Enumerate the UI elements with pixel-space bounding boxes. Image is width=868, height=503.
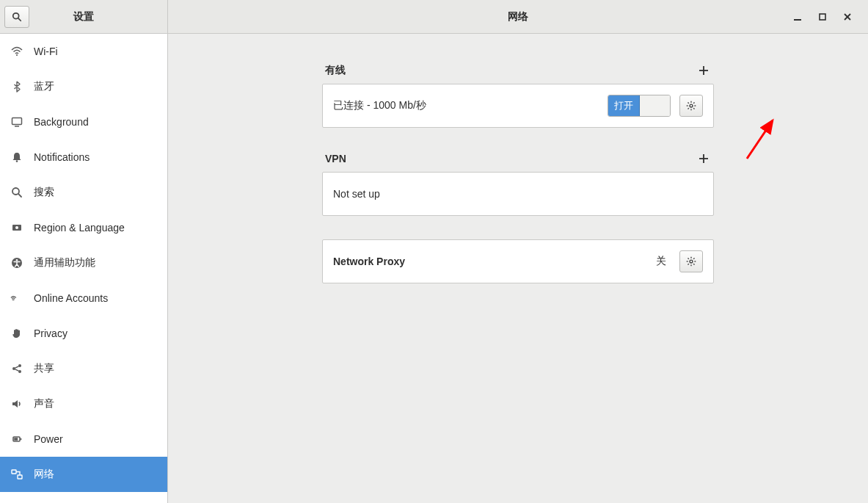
content: 有线 已连接 - 1000 Mb/秒 打开 [168, 34, 868, 307]
svg-text:ᯤ: ᯤ [10, 293, 19, 303]
svg-point-11 [16, 259, 18, 261]
svg-rect-19 [21, 438, 22, 440]
sidebar-item-sound[interactable]: 声音 [0, 386, 167, 421]
wired-connection-row: 已连接 - 1000 Mb/秒 打开 [323, 84, 713, 127]
svg-rect-3 [12, 118, 22, 125]
sidebar-item-label: 声音 [34, 397, 54, 410]
proxy-status: 关 [656, 255, 666, 268]
sidebar-item-label: Privacy [34, 328, 68, 339]
sidebar: 设置 Wi-Fi 蓝牙 Background Notifications 搜索 … [0, 0, 168, 503]
sidebar-item-label: Notifications [34, 151, 90, 163]
sidebar-item-network[interactable]: 网络 [0, 457, 167, 492]
sidebar-item-accessibility[interactable]: 通用辅助功能 [0, 245, 167, 281]
svg-point-9 [15, 226, 18, 229]
sidebar-item-privacy[interactable]: Privacy [0, 316, 167, 351]
proxy-title: Network Proxy [333, 256, 647, 267]
svg-line-49 [747, 120, 773, 159]
gear-icon [686, 256, 696, 267]
svg-point-40 [690, 260, 693, 263]
wired-section-header: 有线 [322, 63, 714, 84]
sidebar-item-sharing[interactable]: 共享 [0, 351, 167, 386]
cloud-icon: ᯤ [10, 292, 23, 305]
wired-toggle[interactable]: 打开 [608, 95, 671, 117]
sidebar-item-search[interactable]: 搜索 [0, 175, 167, 210]
svg-line-17 [15, 369, 19, 371]
annotation-arrow [743, 115, 795, 166]
close-button[interactable] [842, 11, 853, 23]
sidebar-item-label: 网络 [34, 468, 54, 481]
window-controls [792, 0, 864, 34]
sidebar-item-region[interactable]: Region & Language [0, 210, 167, 245]
search-icon [10, 186, 23, 199]
svg-line-45 [688, 258, 688, 258]
sidebar-item-label: Background [34, 116, 89, 128]
sidebar-header: 设置 [0, 0, 167, 34]
flag-icon [10, 221, 23, 234]
bell-icon [10, 151, 23, 164]
sidebar-item-label: 共享 [34, 362, 54, 375]
network-icon [10, 468, 23, 481]
svg-point-29 [690, 104, 693, 107]
sidebar-list: Wi-Fi 蓝牙 Background Notifications 搜索 Reg… [0, 34, 167, 492]
sidebar-item-background[interactable]: Background [0, 104, 167, 140]
sidebar-item-label: Region & Language [34, 222, 125, 234]
svg-rect-22 [18, 475, 22, 479]
add-vpn-button[interactable] [696, 151, 711, 166]
sidebar-item-power[interactable]: Power [0, 421, 167, 457]
main-panel: 网络 有线 已连接 - 1000 Mb/秒 打开 [168, 0, 868, 503]
power-icon [10, 433, 23, 446]
sound-icon [10, 397, 23, 410]
wired-section: 有线 已连接 - 1000 Mb/秒 打开 [322, 63, 714, 128]
sidebar-item-notifications[interactable]: Notifications [0, 140, 167, 175]
proxy-section: Network Proxy 关 [322, 239, 714, 283]
svg-line-35 [693, 108, 694, 109]
svg-line-16 [15, 366, 19, 368]
plus-icon [699, 153, 709, 164]
svg-line-47 [693, 258, 694, 258]
wired-toggle-off-side [640, 95, 671, 116]
main-header: 网络 [168, 0, 868, 34]
hand-icon [10, 327, 23, 340]
svg-line-7 [18, 194, 21, 197]
page-title: 网络 [508, 10, 528, 23]
sidebar-item-label: 蓝牙 [34, 80, 54, 93]
vpn-empty-row: Not set up [323, 173, 713, 215]
sidebar-item-label: Wi-Fi [34, 46, 58, 57]
svg-line-37 [688, 108, 688, 109]
vpn-section-header: VPN [322, 151, 714, 172]
sidebar-item-label: Online Accounts [34, 292, 108, 304]
wired-settings-button[interactable] [679, 95, 703, 117]
gear-icon [686, 101, 696, 111]
sidebar-item-label: 通用辅助功能 [34, 256, 95, 269]
wired-toggle-on-label: 打开 [608, 95, 640, 116]
vpn-empty-text: Not set up [333, 188, 703, 200]
vpn-card: Not set up [322, 172, 714, 216]
sidebar-item-online-accounts[interactable]: ᯤ Online Accounts [0, 281, 167, 316]
sidebar-item-label: Power [34, 433, 63, 445]
accessibility-icon [10, 256, 23, 269]
svg-rect-21 [12, 470, 16, 474]
svg-point-5 [16, 160, 18, 162]
svg-rect-20 [14, 438, 18, 441]
svg-line-34 [688, 102, 688, 103]
sidebar-item-wifi[interactable]: Wi-Fi [0, 34, 167, 69]
maximize-button[interactable] [817, 11, 828, 23]
monitor-icon [10, 115, 23, 129]
minimize-button[interactable] [792, 11, 803, 23]
svg-line-48 [688, 264, 688, 264]
svg-rect-24 [820, 14, 825, 20]
sidebar-search-button[interactable] [4, 6, 29, 28]
svg-point-2 [16, 54, 18, 56]
sidebar-item-bluetooth[interactable]: 蓝牙 [0, 69, 167, 104]
proxy-card: Network Proxy 关 [322, 239, 714, 283]
svg-line-36 [693, 102, 694, 103]
svg-line-46 [693, 264, 694, 264]
vpn-section: VPN Not set up [322, 151, 714, 216]
wired-status-text: 已连接 - 1000 Mb/秒 [333, 99, 599, 112]
plus-icon [699, 65, 709, 76]
svg-line-1 [18, 18, 21, 20]
proxy-settings-button[interactable] [679, 250, 703, 272]
add-wired-button[interactable] [696, 63, 711, 78]
proxy-row[interactable]: Network Proxy 关 [323, 240, 713, 283]
vpn-title: VPN [325, 153, 346, 164]
